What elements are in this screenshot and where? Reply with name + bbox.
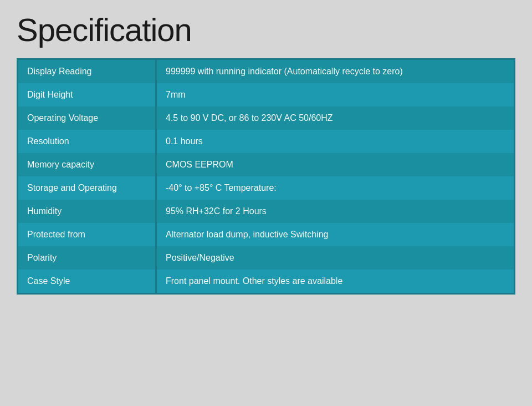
- spec-label: Memory capacity: [18, 153, 157, 176]
- table-row: PolarityPositive/Negative: [18, 246, 514, 270]
- page-title: Specification: [17, 11, 515, 48]
- spec-value: 95% RH+32C for 2 Hours: [157, 200, 514, 223]
- specification-table: Display Reading999999 with running indic…: [17, 58, 515, 295]
- spec-label: Storage and Operating: [18, 176, 157, 200]
- spec-value: 7mm: [157, 83, 514, 106]
- spec-label: Protected from: [18, 223, 157, 246]
- table-row: Storage and Operating-40° to +85° C Temp…: [18, 176, 514, 200]
- spec-label: Operating Voltage: [18, 106, 157, 130]
- spec-value: 0.1 hours: [157, 130, 514, 153]
- spec-value: 999999 with running indicator (Automatic…: [157, 60, 514, 83]
- spec-value: 4.5 to 90 V DC, or 86 to 230V AC 50/60HZ: [157, 106, 514, 130]
- spec-label: Digit Height: [18, 83, 157, 106]
- spec-label: Resolution: [18, 130, 157, 153]
- table-row: Memory capacityCMOS EEPROM: [18, 153, 514, 176]
- table-row: Display Reading999999 with running indic…: [18, 60, 514, 83]
- table-row: Protected fromAlternator load dump, indu…: [18, 223, 514, 246]
- table-row: Digit Height7mm: [18, 83, 514, 106]
- table-row: Case StyleFront panel mount. Other style…: [18, 270, 514, 293]
- spec-label: Case Style: [18, 270, 157, 293]
- table-row: Humidity95% RH+32C for 2 Hours: [18, 200, 514, 223]
- spec-value: Positive/Negative: [157, 246, 514, 270]
- spec-value: CMOS EEPROM: [157, 153, 514, 176]
- spec-value: Front panel mount. Other styles are avai…: [157, 270, 514, 293]
- spec-label: Polarity: [18, 246, 157, 270]
- table-row: Resolution0.1 hours: [18, 130, 514, 153]
- spec-label: Display Reading: [18, 60, 157, 83]
- spec-value: Alternator load dump, inductive Switchin…: [157, 223, 514, 246]
- spec-label: Humidity: [18, 200, 157, 223]
- table-row: Operating Voltage4.5 to 90 V DC, or 86 t…: [18, 106, 514, 130]
- spec-value: -40° to +85° C Temperature:: [157, 176, 514, 200]
